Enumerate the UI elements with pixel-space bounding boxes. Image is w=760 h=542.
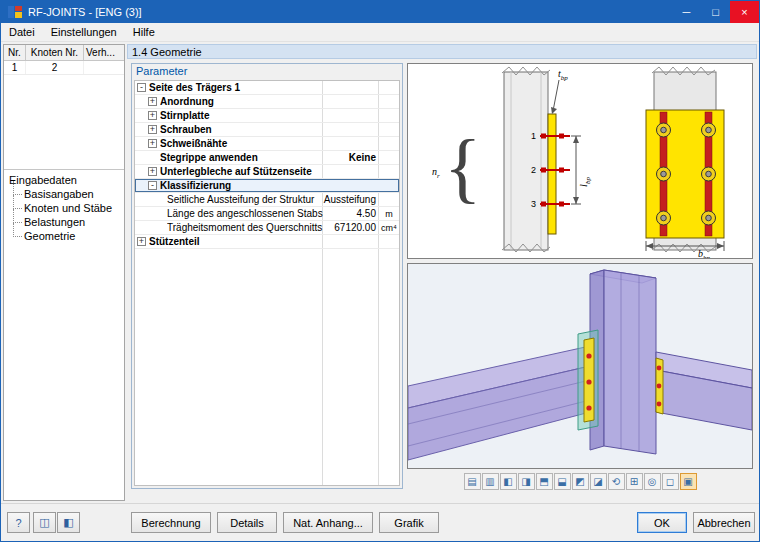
menu-hilfe[interactable]: Hilfe — [125, 24, 163, 40]
nav-item-belastungen[interactable]: Belastungen — [6, 215, 122, 229]
save-image-button[interactable]: ▤ — [464, 473, 481, 490]
param-value-dropdown[interactable]: Aussteifung — [323, 194, 379, 205]
connection-diagram-pane: 1 2 3 nr { tbp lbp — [407, 63, 753, 259]
bolt-number-1: 1 — [531, 131, 536, 141]
left-panel: Nr. Knoten Nr. Verh... 1 2 Eingabedaten … — [3, 44, 125, 501]
nat-anhang-button[interactable]: Nat. Anhang... — [283, 512, 373, 533]
expand-icon[interactable]: + — [137, 237, 146, 246]
param-label: Trägheitsmoment des Querschnitts — [167, 222, 323, 233]
param-label: Stirnplatte — [160, 110, 323, 121]
section-header: 1.4 Geometrie — [127, 44, 757, 59]
footer-bar: ? ◫ ◧ Berechnung Details Nat. Anhang... … — [1, 503, 759, 541]
toggle-input-panel-button[interactable]: ◫ — [33, 512, 56, 533]
node-table-header: Nr. Knoten Nr. Verh... — [4, 45, 124, 61]
wireframe-button[interactable]: ◻ — [662, 473, 679, 490]
param-value-input[interactable]: 67120.00 — [323, 222, 379, 233]
expand-icon[interactable]: + — [148, 139, 157, 148]
end-plate-side — [548, 114, 556, 234]
param-row[interactable]: Länge des angeschlossenen Stabs 4.50 m — [135, 207, 399, 221]
label-tbp: tbp — [558, 68, 568, 82]
label-nr: nr — [432, 166, 440, 180]
column-header-nr[interactable]: Nr. — [4, 45, 26, 60]
param-label: Seitliche Aussteifung der Struktur — [167, 194, 323, 205]
grafik-button[interactable]: Grafik — [379, 512, 439, 533]
render-3d-pane[interactable] — [407, 263, 753, 469]
cell-nr: 1 — [4, 61, 26, 74]
zoom-icon: ◎ — [648, 476, 657, 487]
expand-icon[interactable]: + — [148, 125, 157, 134]
param-row[interactable]: + Stirnplatte — [135, 109, 399, 123]
toggle-input-panel-icon: ◫ — [39, 516, 49, 528]
nav-item-basisangaben[interactable]: Basisangaben — [6, 187, 122, 201]
isometric-view-icon: ⟲ — [612, 476, 620, 487]
minimize-button[interactable]: ─ — [672, 1, 701, 23]
print-button[interactable]: ▥ — [482, 473, 499, 490]
toggle-graphic-panel-button[interactable]: ◧ — [57, 512, 80, 533]
expand-icon[interactable]: + — [148, 167, 157, 176]
param-unit: m — [379, 209, 399, 219]
isometric-view-button[interactable]: ⟲ — [608, 473, 625, 490]
bolt-number-2: 2 — [531, 165, 536, 175]
column-header-verh[interactable]: Verh... — [84, 45, 124, 60]
ok-button[interactable]: OK — [637, 512, 687, 533]
zoom-button[interactable]: ◎ — [644, 473, 661, 490]
view-z-icon: ◩ — [575, 476, 584, 487]
param-row-klassifizierung[interactable]: - Klassifizierung — [135, 179, 399, 193]
table-row[interactable]: 1 2 — [4, 61, 124, 75]
param-row[interactable]: + Stützenteil — [135, 235, 399, 249]
zoom-all-button[interactable]: ⊞ — [626, 473, 643, 490]
view-minus-x-button[interactable]: ◨ — [518, 473, 535, 490]
bolt-number-3: 3 — [531, 199, 536, 209]
menu-bar: Datei Einstellungen Hilfe — [1, 23, 759, 42]
param-row[interactable]: - Seite des Trägers 1 — [135, 81, 399, 95]
collapse-icon[interactable]: - — [137, 83, 146, 92]
maximize-button[interactable]: □ — [701, 1, 730, 23]
param-row[interactable]: Stegrippe anwenden Keine — [135, 151, 399, 165]
expand-icon[interactable]: + — [148, 111, 157, 120]
view-minus-z-button[interactable]: ◪ — [590, 473, 607, 490]
param-row[interactable]: + Schweißnähte — [135, 137, 399, 151]
connection-diagram: 1 2 3 nr { tbp lbp — [408, 64, 752, 258]
param-label: Klassifizierung — [160, 180, 323, 191]
view-x-button[interactable]: ◧ — [500, 473, 517, 490]
solid-render-button[interactable]: ▣ — [680, 473, 697, 490]
content-area: Nr. Knoten Nr. Verh... 1 2 Eingabedaten … — [1, 42, 759, 503]
view-z-button[interactable]: ◩ — [572, 473, 589, 490]
view-y-button[interactable]: ⬒ — [536, 473, 553, 490]
help-button[interactable]: ? — [7, 512, 30, 533]
nav-item-knoten-und-staebe[interactable]: Knoten und Stäbe — [6, 201, 122, 215]
cell-knoten: 2 — [26, 61, 84, 74]
front-view: bbp — [646, 67, 724, 258]
collapse-icon[interactable]: - — [148, 181, 157, 190]
param-value-dropdown[interactable]: Keine — [323, 152, 379, 163]
berechnung-button[interactable]: Berechnung — [131, 512, 211, 533]
param-row[interactable]: + Anordnung — [135, 95, 399, 109]
menu-datei[interactable]: Datei — [1, 24, 43, 40]
column-header-knoten[interactable]: Knoten Nr. — [26, 45, 84, 60]
parameter-pane: Parameter - Seite des Trägers 1 + Anordn… — [131, 63, 403, 489]
toggle-graphic-panel-icon: ◧ — [63, 516, 73, 528]
param-unit: cm⁴ — [379, 223, 399, 233]
close-button[interactable]: × — [730, 1, 759, 23]
abbrechen-button[interactable]: Abbrechen — [693, 512, 755, 533]
menu-einstellungen[interactable]: Einstellungen — [43, 24, 125, 40]
param-value-input[interactable]: 4.50 — [323, 208, 379, 219]
param-row[interactable]: + Unterlegbleche auf Stützenseite — [135, 165, 399, 179]
save-image-icon: ▤ — [467, 476, 476, 487]
param-label: Stützenteil — [149, 236, 323, 247]
param-row[interactable]: Trägheitsmoment des Querschnitts 67120.0… — [135, 221, 399, 235]
param-row[interactable]: Seitliche Aussteifung der Struktur Ausst… — [135, 193, 399, 207]
details-button[interactable]: Details — [217, 512, 277, 533]
brace: { — [444, 124, 481, 211]
view-minus-y-button[interactable]: ⬓ — [554, 473, 571, 490]
view-minus-y-icon: ⬓ — [557, 476, 566, 487]
label-lbp: lbp — [578, 177, 592, 187]
nav-item-geometrie[interactable]: Geometrie — [6, 229, 122, 243]
view-y-icon: ⬒ — [539, 476, 548, 487]
param-label: Anordnung — [160, 96, 323, 107]
expand-icon[interactable]: + — [148, 97, 157, 106]
rf-joints-window: RF-JOINTS - [ENG (3)] ─ □ × Datei Einste… — [0, 0, 760, 542]
view-minus-z-icon: ◪ — [593, 476, 602, 487]
param-label: Stegrippe anwenden — [160, 152, 323, 163]
param-row[interactable]: + Schrauben — [135, 123, 399, 137]
